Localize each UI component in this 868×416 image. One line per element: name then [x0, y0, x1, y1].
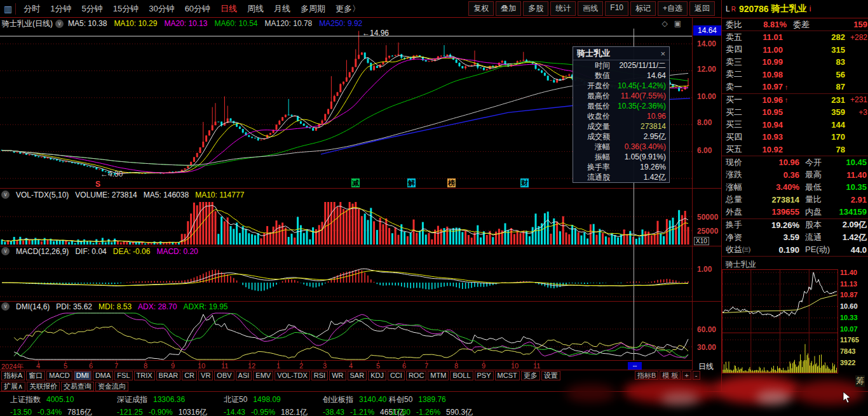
period-tab-7[interactable]: 周线 [242, 3, 269, 15]
toolbar-button-7[interactable]: +自选 [658, 1, 688, 16]
dmi-header-part-0: DMI(14,6) [16, 302, 50, 311]
stat-value: 2.09亿 [834, 219, 868, 231]
tab-更多[interactable]: 更多 [521, 371, 540, 380]
tab2-交易查询[interactable]: 交易查询 [61, 382, 94, 391]
period-tab-2[interactable]: 5分钟 [76, 3, 107, 15]
tab-指标A[interactable]: 指标A [1, 371, 25, 380]
index-quote-0[interactable]: 上证指数4005.10-13.50-0.34%7816亿 [10, 394, 98, 416]
tab-VR[interactable]: VR [198, 371, 213, 380]
axis-price-tick: 6.00 [697, 146, 712, 155]
dmi-svg[interactable] [0, 312, 692, 360]
index-quote-1[interactable]: 深证成指13306.36-121.25-0.90%10316亿 [117, 394, 213, 416]
period-tab-3[interactable]: 15分钟 [108, 3, 144, 15]
info-icon[interactable]: i [810, 4, 811, 13]
bid-row-2[interactable]: 买二10.95359+3 [722, 106, 868, 119]
stat-row-6: 净资3.59流通1.42亿 [722, 231, 868, 244]
tab-DMA[interactable]: DMA [93, 371, 113, 380]
stat-value: 10.45 [834, 158, 868, 167]
stat-label: 股本 [799, 219, 834, 231]
toolbar-button-1[interactable]: 叠加 [496, 1, 521, 16]
toolbar-button-8[interactable]: 返回 [689, 1, 715, 16]
tab2-关联报价[interactable]: 关联报价 [27, 382, 60, 391]
chevron-down-icon[interactable]: ∨ [1, 247, 10, 255]
tab-EMV[interactable]: EMV [253, 371, 273, 380]
tab-OBV[interactable]: OBV [214, 371, 234, 380]
stat-value: 3.40% [755, 182, 799, 192]
tab-DMI[interactable]: DMI [74, 371, 92, 380]
ask-row-1[interactable]: 卖一10.97↑87 [722, 81, 868, 93]
period-tab-5[interactable]: 60分钟 [180, 3, 215, 15]
book-level-label: 卖四 [722, 44, 751, 55]
popup-label: 最低价 [573, 101, 610, 112]
tab-ASI[interactable]: ASI [236, 371, 252, 380]
tab-BRAR[interactable]: BRAR [156, 371, 181, 380]
index-amount: 590.3亿 [446, 408, 473, 416]
ask-row-2[interactable]: 卖二10.9856 [722, 69, 868, 81]
tab-MCST[interactable]: MCST [495, 371, 520, 380]
bid-row-3[interactable]: 买三10.94144 [722, 119, 868, 131]
ask-row-4[interactable]: 卖四11.00315 [722, 44, 868, 57]
tab-CCI[interactable]: CCI [388, 371, 405, 380]
toolbar-button-2[interactable]: 多股 [523, 1, 548, 16]
period-tabs: 分时1分钟5分钟15分钟30分钟60分钟日线周线月线多周期更多〉 [18, 3, 365, 15]
tab-KDJ[interactable]: KDJ [368, 371, 386, 380]
chevron-down-icon[interactable]: ∨ [55, 20, 64, 28]
chevron-down-icon[interactable]: ∨ [1, 302, 10, 311]
tab-ROC[interactable]: ROC [406, 371, 426, 380]
tab-SAR[interactable]: SAR [348, 371, 367, 380]
ma-values: MA5: 10.38MA10: 10.29MA20: 10.13MA60: 10… [68, 19, 369, 28]
tab-TRIX[interactable]: TRIX [134, 371, 155, 380]
tab-CR[interactable]: CR [182, 371, 197, 380]
tab-WR[interactable]: WR [329, 371, 346, 380]
chevron-down-icon[interactable]: ∨ [1, 191, 10, 199]
stat-value: 0.36 [755, 170, 799, 180]
event-marker-财[interactable]: 财 [520, 178, 529, 187]
tab-MTM[interactable]: MTM [428, 371, 449, 380]
period-tab-10[interactable]: 更多〉 [330, 3, 365, 15]
macd-header-part-0: MACD(12,26,9) [16, 247, 69, 256]
toolbar-button-0[interactable]: 复权 [468, 1, 494, 16]
volume-svg[interactable] [0, 201, 692, 245]
toolbar-button-3[interactable]: 统计 [550, 1, 576, 16]
tab-MACD[interactable]: MACD [46, 371, 72, 380]
tab-RSI[interactable]: RSI [311, 371, 328, 380]
macd-svg[interactable] [0, 257, 692, 301]
diamond-icon[interactable]: ◇ [661, 19, 667, 28]
period-tab-9[interactable]: 多周期 [295, 3, 330, 15]
period-tab-1[interactable]: 1分钟 [45, 3, 76, 15]
ask-row-3[interactable]: 卖三10.9983 [722, 56, 868, 69]
timeline-axis[interactable]: 2024年 -- 4567891011121234567891011 [0, 360, 692, 370]
window-icon[interactable]: ▥ [4, 4, 12, 14]
indicator-tabs-row1: 指标A窗口MACDDMIDMAFSLTRIXBRARCRVROBVASIEMVV… [1, 371, 560, 380]
bid-row-1[interactable]: 买一10.96↑231+231 [722, 94, 868, 107]
book-volume: 231 [790, 95, 845, 105]
tab-BOLL[interactable]: BOLL [450, 371, 473, 380]
event-marker-减[interactable]: 减 [351, 178, 360, 187]
toolbar-button-6[interactable]: 标记 [630, 1, 656, 16]
timeline-month-6: 10 [198, 362, 205, 370]
event-marker-解[interactable]: 解 [407, 178, 416, 187]
bid-row-5[interactable]: 买五10.9278 [722, 144, 868, 156]
period-tab-4[interactable]: 30分钟 [144, 3, 179, 15]
index-quote-2[interactable]: 北证501498.09-14.43-0.95%182.1亿 [224, 394, 313, 416]
tab2-扩展∧[interactable]: 扩展∧ [1, 382, 25, 391]
tab-窗口[interactable]: 窗口 [26, 371, 45, 380]
index-quote-4[interactable]: 科创501389.76-17.80-1.26%590.3亿 [389, 394, 478, 416]
ask-row-5[interactable]: 卖五11.01282+282 [722, 31, 868, 44]
event-marker-榜[interactable]: 榜 [447, 178, 456, 187]
period-tab-6[interactable]: 日线 [215, 3, 242, 15]
toolbar-button-5[interactable]: F10 [605, 1, 628, 16]
bid-row-4[interactable]: 买四10.93170 [722, 131, 868, 144]
tab-PSY[interactable]: PSY [475, 371, 494, 380]
popup-row-5: 收盘价10.96 [573, 111, 669, 121]
period-tab-0[interactable]: 分时 [18, 3, 45, 15]
stat-value: 1.42亿 [834, 232, 868, 243]
mini-price-tick: 10.60 [840, 302, 858, 310]
panel-toggle-icon[interactable]: ▣ [674, 19, 681, 28]
period-tab-8[interactable]: 月线 [269, 3, 295, 15]
tab2-资金流向[interactable]: 资金流向 [95, 382, 128, 391]
toolbar-button-4[interactable]: 画线 [578, 1, 603, 16]
tab-FSL[interactable]: FSL [114, 371, 132, 380]
close-icon[interactable]: × [660, 49, 665, 58]
tab-VOL-TDX[interactable]: VOL-TDX [275, 371, 310, 380]
